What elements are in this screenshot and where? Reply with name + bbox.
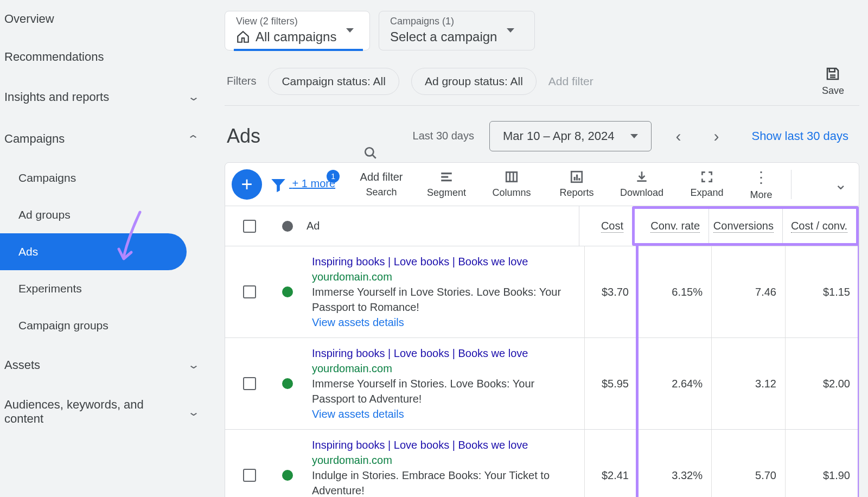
filter-pill-campaign-status[interactable]: Campaign status: All [268,68,399,95]
ad-url: yourdomain.com [312,361,579,376]
download-icon [634,170,650,184]
header-ad[interactable]: Ad [301,220,579,232]
filters-label: Filters [227,75,256,87]
header-conv-rate[interactable]: Conv. rate [635,209,709,243]
sidebar-item-label: Ads [18,245,38,258]
cell-conversions: 5.70 [711,430,785,497]
ad-description: Indulge in Stories. Embrace Books: Your … [312,468,579,497]
header-cost[interactable]: Cost [579,206,632,246]
cell-conv-rate: 3.32% [637,430,711,497]
sidebar-item-label: Recommendations [4,50,104,64]
cell-cost-conv: $1.90 [785,430,859,497]
columns-tool[interactable]: Columns [482,170,541,199]
ad-cell[interactable]: Inspiring books | Love books | Books we … [301,430,584,497]
cell-conv-rate: 6.15% [637,246,711,337]
ad-url: yourdomain.com [312,453,579,468]
row-status[interactable] [274,430,301,497]
next-period-button[interactable]: › [705,123,727,150]
reports-icon [569,170,585,184]
table-row: Inspiring books | Love books | Books we … [225,430,859,497]
table-toolbar: + + 1 more 1 Add filter Search Segment C… [225,162,859,206]
sidebar-item-label: Assets [4,358,40,372]
header-status[interactable] [274,221,301,232]
ad-description: Immerse Yourself in Love Stories. Love B… [312,284,579,315]
sidebar-item-campaigns[interactable]: Campaigns [0,160,212,196]
segment-tool[interactable]: Segment [417,170,476,199]
filter-pill-adgroup-status[interactable]: Ad group status: All [411,68,537,95]
sidebar-item-experiments[interactable]: Experiments [0,270,212,307]
sidebar-item-insights[interactable]: Insights and reports ⌄ [0,76,212,118]
cell-conv-rate: 2.64% [637,338,711,429]
top-selectors: View (2 filters) All campaigns Campaigns… [225,0,868,50]
reports-tool[interactable]: Reports [547,170,607,199]
row-checkbox[interactable] [225,246,274,337]
ad-url: yourdomain.com [312,269,579,284]
ads-table: Ad Cost Conv. rate Conversions Cost / co… [225,206,859,497]
date-preset-label: Last 30 days [413,130,474,142]
show-last-30-link[interactable]: Show last 30 days [751,129,859,143]
funnel-icon [267,175,289,194]
columns-icon [503,170,520,184]
row-status[interactable] [274,338,301,429]
sidebar-item-campaign-groups[interactable]: Campaign groups [0,307,212,344]
filters-row: Filters Campaign status: All Ad group st… [225,50,868,105]
sidebar: Overview Recommendations Insights and re… [0,0,212,497]
more-tool[interactable]: ⋮ More [742,168,780,201]
page-title: Ads [227,125,260,148]
cell-cost: $3.70 [584,246,637,337]
caret-down-icon [346,28,354,33]
sidebar-item-assets[interactable]: Assets ⌄ [0,344,212,386]
collapse-toggle[interactable]: ⌄ [834,175,847,193]
svg-rect-11 [578,178,580,180]
view-assets-link[interactable]: View assets details [312,406,579,422]
sidebar-item-ad-groups[interactable]: Ad groups [0,196,212,233]
add-filter-button[interactable]: Add filter [548,75,593,88]
ad-cell[interactable]: Inspiring books | Love books | Books we … [301,246,584,337]
sidebar-item-overview[interactable]: Overview [0,0,212,38]
date-range-text: Mar 10 – Apr 8, 2024 [503,129,614,143]
row-status[interactable] [274,246,301,337]
expand-tool[interactable]: Expand [677,170,737,199]
save-button[interactable]: Save [822,66,859,97]
header-conversions[interactable]: Conversions [709,209,782,243]
ad-headline: Inspiring books | Love books | Books we … [312,254,579,269]
chevron-down-icon: ⌄ [187,405,200,418]
chevron-down-icon: ⌄ [187,91,200,103]
row-checkbox[interactable] [225,430,274,497]
filter-funnel[interactable]: + 1 more 1 [264,175,335,194]
home-icon [236,30,250,44]
filter-badge: 1 [327,170,340,183]
sidebar-item-ads[interactable]: Ads [0,233,187,270]
row-checkbox[interactable] [225,338,274,429]
prev-period-button[interactable]: ‹ [667,123,690,150]
ad-headline: Inspiring books | Love books | Books we … [312,346,579,361]
download-tool[interactable]: Download [612,170,672,199]
ad-cell[interactable]: Inspiring books | Love books | Books we … [301,338,584,429]
view-selector[interactable]: View (2 filters) All campaigns [225,11,370,50]
campaign-selector[interactable]: Campaigns (1) Select a campaign [379,11,535,50]
sidebar-item-label: Overview [4,12,54,26]
save-icon [825,66,841,82]
campaign-selector-big: Select a campaign [390,29,497,44]
sidebar-item-recommendations[interactable]: Recommendations [0,38,212,76]
cell-cost: $5.95 [584,338,637,429]
view-selector-big: All campaigns [236,29,336,44]
view-assets-link[interactable]: View assets details [312,315,579,330]
sidebar-item-campaigns-parent[interactable]: Campaigns ⌄ [0,118,212,160]
header-checkbox[interactable] [225,220,274,233]
expand-icon [699,170,715,184]
table-header-row: Ad Cost Conv. rate Conversions Cost / co… [225,206,859,246]
cell-conversions: 3.12 [711,338,785,429]
sidebar-item-label: Experiments [18,282,82,295]
search-tool[interactable]: Add filter Search [352,171,411,198]
header-cost-conv[interactable]: Cost / conv. [782,209,856,243]
caret-down-icon [630,134,638,138]
sidebar-item-audiences[interactable]: Audiences, keywords, and content ⌄ [0,386,212,438]
cell-cost-conv: $1.15 [785,246,859,337]
chevron-down-icon: ⌄ [187,359,200,371]
caret-down-icon [507,28,514,33]
add-ad-button[interactable]: + [232,169,262,200]
sidebar-item-label: Audiences, keywords, and content [4,398,156,426]
more-icon: ⋮ [754,168,769,186]
date-range-selector[interactable]: Mar 10 – Apr 8, 2024 [489,121,652,151]
